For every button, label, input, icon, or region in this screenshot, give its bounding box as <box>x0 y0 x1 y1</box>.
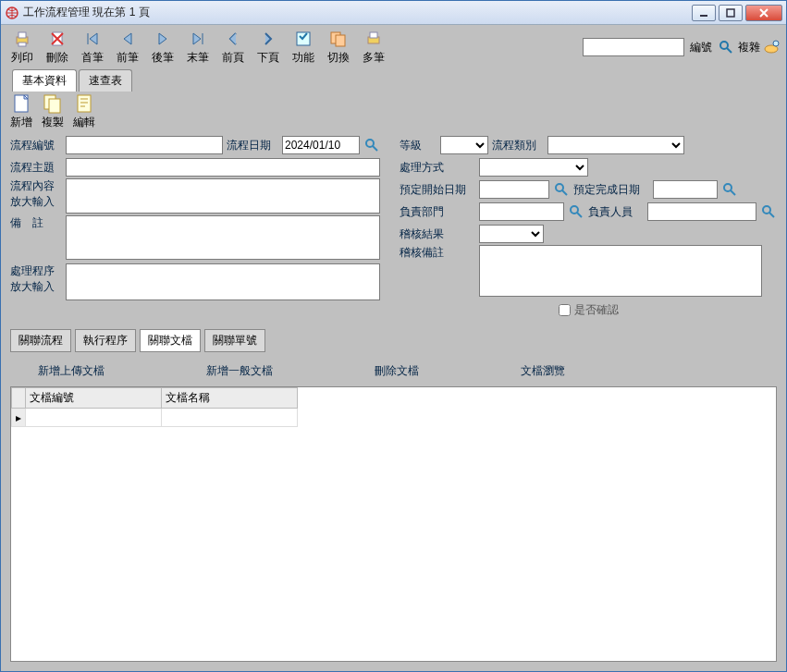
person-search-icon[interactable] <box>760 203 777 220</box>
first-record-button[interactable]: 首筆 <box>77 29 108 66</box>
table-row[interactable]: ▸ <box>12 409 298 427</box>
form-area: 流程編號 流程日期 流程主題 流程內容 放大輸入 <box>1 130 786 325</box>
printer-icon <box>12 29 32 49</box>
confirm-checkbox[interactable] <box>559 304 571 316</box>
prev-page-icon <box>223 29 243 49</box>
new-doc-icon <box>11 92 31 115</box>
prev-page-button[interactable]: 前頁 <box>217 29 249 66</box>
delete-button[interactable]: 刪除 <box>42 29 73 66</box>
label-audit-result: 稽核結果 <box>400 226 475 242</box>
subtab-related-proc[interactable]: 關聯流程 <box>10 329 71 352</box>
tab-quick[interactable]: 速查表 <box>79 69 132 92</box>
multi-button[interactable]: 多筆 <box>358 29 389 66</box>
planned-start-field[interactable] <box>479 180 549 199</box>
row-marker: ▸ <box>12 409 26 427</box>
inner-toolbar: 新增 複製 編輯 <box>1 92 786 130</box>
proc-date-field[interactable] <box>282 136 360 154</box>
proc-content-field[interactable] <box>66 178 380 214</box>
dept-search-icon[interactable] <box>568 203 584 220</box>
functions-icon <box>293 29 314 49</box>
svg-point-19 <box>366 140 374 147</box>
prev-icon <box>117 29 138 49</box>
window-title: 工作流程管理 現在第 1 頁 <box>23 5 692 20</box>
subtab-exec-proc[interactable]: 執行程序 <box>75 329 136 352</box>
proc-program-field[interactable] <box>66 263 380 300</box>
copy-icon <box>43 92 63 115</box>
label-planned-end: 預定完成日期 <box>573 182 649 198</box>
level-select[interactable] <box>440 136 488 154</box>
minimize-button[interactable] <box>692 5 716 21</box>
close-button[interactable] <box>745 5 782 21</box>
label-proc-subject: 流程主題 <box>10 160 62 176</box>
label-proc-program: 處理程序 <box>10 263 62 279</box>
first-icon <box>82 29 103 49</box>
label-resp-dept: 負責部門 <box>400 204 475 220</box>
prev-record-button[interactable]: 前筆 <box>112 29 143 66</box>
proc-subject-field[interactable] <box>66 158 380 177</box>
switch-button[interactable]: 切換 <box>323 29 354 66</box>
last-record-button[interactable]: 末筆 <box>182 29 214 66</box>
search-icon[interactable] <box>718 39 734 55</box>
remark-field[interactable] <box>66 215 380 260</box>
next-icon <box>153 29 173 49</box>
subtab-related-doc[interactable]: 關聯文檔 <box>140 329 201 352</box>
date-search-icon[interactable] <box>363 137 380 153</box>
audit-remark-field[interactable] <box>479 245 762 297</box>
general-doc-button[interactable]: 新增一般文檔 <box>206 363 273 379</box>
label-proc-num: 流程編號 <box>10 138 62 153</box>
tab-basic[interactable]: 基本資料 <box>12 69 77 92</box>
app-icon <box>5 6 19 20</box>
edit-button[interactable]: 編輯 <box>73 92 95 130</box>
copy-button[interactable]: 複製 <box>42 92 64 130</box>
complex-label[interactable]: 複雜 <box>738 40 760 55</box>
svg-rect-1 <box>700 15 707 17</box>
col-doc-name[interactable]: 文檔名稱 <box>162 388 298 409</box>
next-page-button[interactable]: 下頁 <box>252 29 284 66</box>
planned-end-field[interactable] <box>653 180 718 199</box>
label-handle-method: 處理方式 <box>400 160 475 176</box>
proc-num-field[interactable] <box>66 136 223 154</box>
label-proc-content: 流程內容 <box>10 178 62 194</box>
document-grid[interactable]: 文檔編號 文檔名稱 ▸ <box>10 386 777 662</box>
upload-doc-button[interactable]: 新增上傳文檔 <box>38 363 105 379</box>
svg-point-22 <box>571 206 578 214</box>
edit-icon <box>74 92 94 115</box>
col-doc-num[interactable]: 文檔編號 <box>26 388 162 409</box>
maximize-button[interactable] <box>719 5 743 21</box>
resp-person-field[interactable] <box>647 202 756 221</box>
label-planned-start: 預定開始日期 <box>400 182 475 198</box>
end-date-search-icon[interactable] <box>721 181 738 198</box>
last-icon <box>188 29 208 49</box>
resp-dept-field[interactable] <box>479 202 564 221</box>
complex-icon[interactable] <box>764 39 781 56</box>
svg-point-21 <box>724 184 732 191</box>
search-input[interactable] <box>583 38 684 56</box>
svg-rect-18 <box>78 95 91 112</box>
handle-method-select[interactable] <box>479 158 588 177</box>
sub-actions: 新增上傳文檔 新增一般文檔 刪除文檔 文檔瀏覽 <box>1 352 786 386</box>
label-proc-date: 流程日期 <box>227 138 278 153</box>
svg-point-12 <box>720 42 728 49</box>
proc-type-select[interactable] <box>547 136 684 154</box>
subtab-related-order[interactable]: 關聯單號 <box>204 329 265 352</box>
svg-rect-11 <box>370 32 377 38</box>
svg-point-20 <box>556 184 563 191</box>
delete-doc-button[interactable]: 刪除文檔 <box>375 363 419 379</box>
start-date-search-icon[interactable] <box>553 181 570 198</box>
zoom-input-1-button[interactable]: 放大輸入 <box>10 194 62 210</box>
zoom-input-2-button[interactable]: 放大輸入 <box>10 279 62 295</box>
main-toolbar: 列印 刪除 首筆 前筆 後筆 末筆 前頁 下頁 <box>1 25 786 69</box>
svg-rect-2 <box>727 9 734 17</box>
confirm-label: 是否確認 <box>574 302 619 318</box>
label-resp-person: 負責人員 <box>588 204 644 220</box>
titlebar: 工作流程管理 現在第 1 頁 <box>1 1 786 25</box>
browse-doc-button[interactable]: 文檔瀏覽 <box>521 363 565 379</box>
audit-result-select[interactable] <box>479 225 544 243</box>
functions-button[interactable]: 功能 <box>288 29 319 66</box>
num-label: 編號 <box>690 40 712 55</box>
label-remark: 備 註 <box>10 215 62 231</box>
add-button[interactable]: 新增 <box>10 92 32 130</box>
print-button[interactable]: 列印 <box>6 29 38 66</box>
next-record-button[interactable]: 後筆 <box>147 29 178 66</box>
svg-rect-5 <box>18 43 26 46</box>
